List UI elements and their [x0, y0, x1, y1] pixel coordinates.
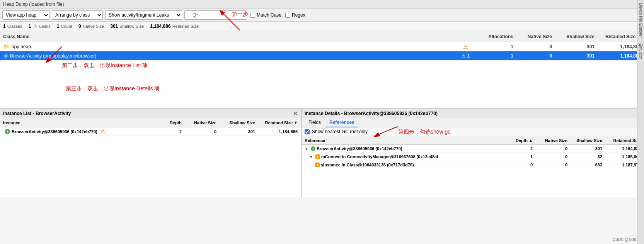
ref-row-shallow: 301 [571, 146, 605, 151]
ref-row[interactable]: ▼ I BrowserActivity@338605936 (0x142eb77… [302, 145, 644, 153]
tab-fields[interactable]: Fields [305, 118, 325, 127]
inst-row-retained: 1,184,886 [258, 129, 301, 134]
retained-size-value: 1,184,886 [150, 24, 170, 29]
tab-references[interactable]: References [325, 118, 358, 127]
retained-size-label: Retained Size [172, 24, 199, 29]
inst-col-instance: Instance [0, 120, 162, 125]
classes-stat: 1 Classes [3, 24, 22, 29]
device-file-explorer-label[interactable]: Device File Explorer [638, 0, 644, 41]
heap-main-area: Class Name Allocations Native Size Shall… [0, 31, 644, 108]
row-allocations: 1 [470, 53, 516, 59]
inst-row-native: 0 [185, 129, 220, 134]
leaks-label: Leaks [39, 24, 51, 29]
leaks-value: 1 [29, 24, 31, 29]
retained-size-stat: 1,184,886 Retained Size [150, 24, 199, 29]
ref-row-shallow: 633 [571, 163, 605, 167]
ref-row-name: ▼ f mContext in ConnectivityManager@3169… [302, 154, 509, 159]
shallow-size-stat: 301 Shallow Size [110, 24, 144, 29]
step4-arrow [367, 125, 414, 140]
title-bar: Heap Dump (loaded from file) [0, 0, 644, 9]
gc-checkbox-bar: Show nearest GC root only [302, 127, 644, 136]
classes-value: 1 [3, 24, 6, 29]
details-tabs: Fields References [302, 118, 644, 127]
count-label: Count [61, 24, 72, 29]
inst-col-depth: Depth [162, 120, 185, 125]
step3-annotation-container: 第三步，双击，出现Instance Details 项 [66, 85, 160, 92]
row-allocations: 1 [470, 44, 516, 49]
col-shallow-size-header: Shallow Size [555, 34, 598, 39]
ref-row-native: 0 [536, 154, 571, 159]
inst-row-shallow: 301 [220, 129, 258, 134]
table-row[interactable]: 📁 app heap ⚠ 1 0 301 1,184,886 [0, 42, 644, 51]
ref-icon-green: I [311, 146, 315, 151]
step2-annotation: 第二步，双击，出现Instance List 项 [62, 62, 148, 68]
ref-row-depth: 1 [509, 154, 536, 159]
inst-row-depth: 2 [162, 129, 185, 134]
ref-row-native: 0 [536, 146, 571, 151]
expand-arrow[interactable]: ▼ [309, 155, 313, 159]
step2-annotation-container: 第二步，双击，出现Instance List 项 [62, 62, 148, 69]
instance-icon: I [5, 129, 10, 134]
ref-icon-field: f [315, 163, 320, 167]
emulator-label[interactable]: Emulator [638, 41, 644, 62]
step2-arrow [39, 43, 70, 66]
instance-list-title: Instance List - BrowserActivity [3, 111, 71, 116]
regex-group: Regex [285, 12, 305, 18]
ref-row-name: f sInstance in Class@1904033136 (0x717d3… [302, 163, 509, 167]
toolbar: View app heap Arrange by class Show acti… [0, 9, 644, 22]
inst-col-shallow: Shallow Size [220, 120, 258, 125]
show-gc-checkbox[interactable] [305, 129, 310, 134]
row-shallow-size: 301 [555, 53, 598, 59]
ref-row[interactable]: f sInstance in Class@1904033136 (0x717d3… [302, 161, 644, 169]
native-size-label: Native Size [83, 24, 104, 29]
ref-row[interactable]: ▼ f mContext in ConnectivityManager@3169… [302, 153, 644, 161]
expand-arrow[interactable]: ▼ [305, 147, 308, 151]
stats-bar: 1 Classes 1 ⚠ Leaks 1 Count 0 Native Siz… [0, 22, 644, 31]
regex-checkbox[interactable] [285, 13, 290, 18]
ref-row-native: 0 [536, 163, 571, 167]
ref-table-header: Reference Depth ▲ Native Size Shallow Si… [302, 136, 644, 145]
view-app-heap-select[interactable]: View app heap [2, 10, 49, 20]
col-native-size-header: Native Size [516, 34, 555, 39]
instance-warn-icon: ⚠ [101, 129, 105, 134]
show-gc-label[interactable]: Show nearest GC root only [312, 129, 368, 134]
ref-row-shallow: 32 [571, 154, 605, 159]
ref-col-shallow-header: Shallow Size [571, 138, 605, 143]
ref-col-depth-header: Depth ▲ [509, 138, 536, 143]
step1-annotation: 第一步 [232, 11, 248, 18]
table-row[interactable]: C BrowserActivity (org.appplay.minibrows… [0, 51, 644, 61]
classes-label: Classes [7, 24, 22, 29]
warn-cell: ⚠ [461, 44, 470, 50]
regex-label[interactable]: Regex [292, 12, 305, 18]
instance-table-header: Instance Depth Native Size Shallow Size … [0, 118, 301, 127]
folder-icon: 📁 [3, 44, 9, 49]
step3-annotation: 第三步，双击，出现Instance Details 项 [66, 85, 160, 92]
instance-list-title-bar: Instance List - BrowserActivity ✕ [0, 109, 301, 118]
inst-col-native: Native Size [185, 120, 220, 125]
bottom-area: Instance List - BrowserActivity ✕ Instan… [0, 108, 644, 197]
leaks-stat: 1 ⚠ Leaks [29, 23, 51, 29]
instance-row[interactable]: I BrowserActivity@338605936 (0x142eb770)… [0, 127, 301, 136]
main-table-header: Class Name Allocations Native Size Shall… [0, 31, 644, 42]
row-native-size: 0 [516, 53, 555, 59]
count-value: 1 [57, 24, 60, 29]
close-instance-list-button[interactable]: ✕ [293, 110, 298, 117]
ref-col-native-header: Native Size [536, 138, 571, 143]
inst-row-name: I BrowserActivity@338605936 (0x142eb770)… [0, 129, 162, 134]
native-size-value: 0 [78, 24, 81, 29]
ref-icon-field: f [315, 154, 320, 159]
show-leaks-select[interactable]: Show activity/fragment Leaks [105, 10, 182, 20]
ref-sort-arrow: ▲ [529, 138, 533, 142]
count-stat: 1 Count [57, 24, 72, 29]
row-native-size: 0 [516, 44, 555, 49]
inst-sort-arrow: ▼ [294, 120, 298, 125]
arrange-by-class-select[interactable]: Arrange by class [52, 10, 103, 20]
instance-details-panel: Instance Details - BrowserActivity@33860… [302, 109, 644, 197]
col-allocations-header: Allocations [470, 34, 516, 39]
instance-list-panel: Instance List - BrowserActivity ✕ Instan… [0, 109, 302, 197]
shallow-size-value: 301 [110, 24, 118, 29]
shallow-size-label: Shallow Size [119, 24, 144, 29]
right-sidebar: Device File Explorer Emulator [637, 0, 644, 197]
instance-details-title-bar: Instance Details - BrowserActivity@33860… [302, 109, 644, 118]
col-class-name-header: Class Name [0, 34, 470, 39]
